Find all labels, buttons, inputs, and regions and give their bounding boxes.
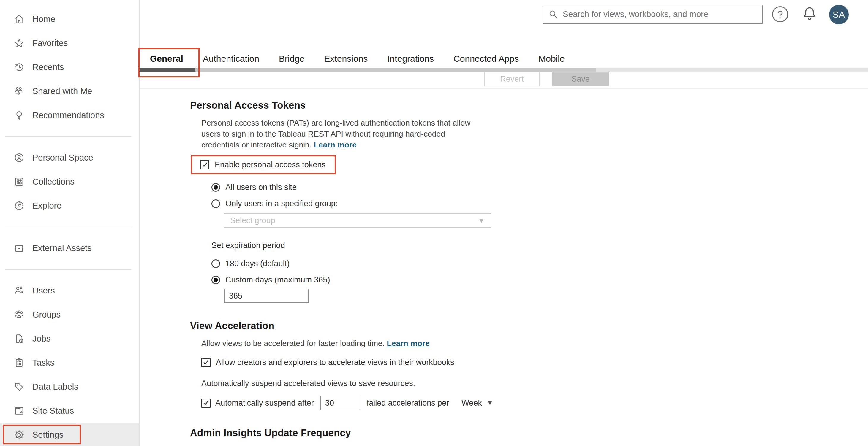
radio-all-users-control[interactable] xyxy=(211,183,220,192)
sidebar-divider xyxy=(5,269,131,270)
tab-connected-apps[interactable]: Connected Apps xyxy=(454,54,519,64)
enable-pat-checkbox[interactable] xyxy=(200,160,209,169)
avatar[interactable]: SA xyxy=(829,5,849,24)
custom-days-input[interactable] xyxy=(224,289,309,303)
suspend-intro-text: Automatically suspend accelerated views … xyxy=(202,379,534,388)
search-input[interactable] xyxy=(563,9,757,19)
radio-180-days-control[interactable] xyxy=(211,259,220,268)
radio-specified-group-control[interactable] xyxy=(211,199,220,208)
pat-description: Personal access tokens (PATs) are long-l… xyxy=(202,117,484,150)
sidebar-item-favorites[interactable]: Favorites xyxy=(0,31,139,55)
revert-button[interactable]: Revert xyxy=(484,72,540,87)
gear-icon xyxy=(14,430,25,440)
tab-general[interactable]: General xyxy=(150,54,183,64)
tab-scrollbar-track[interactable] xyxy=(195,68,596,71)
chevron-down-icon: ▼ xyxy=(487,399,493,407)
period-dropdown[interactable]: Week ▼ xyxy=(462,399,493,408)
check-icon xyxy=(203,400,209,406)
sidebar-item-jobs[interactable]: Jobs xyxy=(0,327,139,351)
groups-icon xyxy=(14,309,25,320)
users-icon xyxy=(14,285,25,296)
notifications-bell-icon[interactable] xyxy=(801,5,818,23)
tag-icon xyxy=(14,381,25,392)
star-icon xyxy=(14,38,25,49)
sidebar-item-data-labels[interactable]: Data Labels xyxy=(0,375,139,399)
radio-180-days[interactable]: 180 days (default) xyxy=(211,259,534,268)
global-search xyxy=(542,5,763,24)
sidebar-item-tasks[interactable]: Tasks xyxy=(0,351,139,375)
radio-custom-days[interactable]: Custom days (maximum 365) xyxy=(211,275,534,284)
auto-suspend-row: Automatically suspend after failed accel… xyxy=(202,396,534,410)
sidebar-item-label: Jobs xyxy=(32,334,51,344)
allow-acceleration-checkbox-label: Allow creators and explorers to accelera… xyxy=(216,358,454,367)
failed-accelerations-input[interactable] xyxy=(320,396,360,410)
clipboard-icon xyxy=(14,357,25,368)
sidebar-item-collections[interactable]: Collections xyxy=(0,170,139,194)
enable-pat-highlight-annotation: Enable personal access tokens xyxy=(191,155,336,174)
lightbulb-icon xyxy=(14,110,25,121)
active-tab-underline xyxy=(140,68,195,71)
search-icon xyxy=(548,9,559,20)
select-group-dropdown[interactable]: Select group ▼ xyxy=(224,213,492,228)
sidebar-item-label: Data Labels xyxy=(32,382,79,392)
sidebar-item-shared-with-me[interactable]: Shared with Me xyxy=(0,79,139,103)
tab-integrations[interactable]: Integrations xyxy=(387,54,434,64)
sidebar-divider xyxy=(5,227,131,227)
tab-mobile[interactable]: Mobile xyxy=(538,54,564,64)
radio-custom-days-control[interactable] xyxy=(211,276,220,284)
va-learn-more-link[interactable]: Learn more xyxy=(387,339,430,348)
sidebar-item-external-assets[interactable]: External Assets xyxy=(0,236,139,260)
sidebar-item-label: Personal Space xyxy=(32,153,93,163)
sidebar-item-label: Favorites xyxy=(32,38,68,48)
chevron-down-icon: ▼ xyxy=(478,216,485,225)
sidebar-item-home[interactable]: Home xyxy=(0,7,139,31)
sidebar-item-label: Settings xyxy=(32,430,64,440)
tab-bridge[interactable]: Bridge xyxy=(279,54,305,64)
compass-icon xyxy=(14,200,25,211)
radio-custom-days-label: Custom days (maximum 365) xyxy=(225,275,330,284)
home-icon xyxy=(14,14,25,25)
allow-acceleration-checkbox[interactable] xyxy=(202,358,211,367)
help-icon[interactable]: ? xyxy=(772,6,788,22)
auto-suspend-checkbox[interactable] xyxy=(202,399,211,408)
sidebar-item-label: External Assets xyxy=(32,243,92,253)
enable-pat-checkbox-label: Enable personal access tokens xyxy=(215,160,326,169)
tab-header-border xyxy=(596,68,868,71)
sidebar-item-label: Recents xyxy=(32,62,64,72)
sidebar-item-label: Recommendations xyxy=(32,110,104,120)
sidebar-item-recents[interactable]: Recents xyxy=(0,55,139,79)
document-clock-icon xyxy=(14,333,25,344)
settings-tabs: General Authentication Bridge Extensions… xyxy=(150,54,565,64)
sidebar-divider xyxy=(5,136,131,137)
radio-all-users[interactable]: All users on this site xyxy=(211,183,534,192)
sidebar-item-personal-space[interactable]: Personal Space xyxy=(0,146,139,170)
sidebar-item-label: Shared with Me xyxy=(32,87,92,96)
radio-specified-group-label: Only users in a specified group: xyxy=(225,199,338,208)
browser-window-icon xyxy=(14,405,25,416)
sidebar-item-label: Users xyxy=(32,286,55,296)
sidebar-item-label: Site Status xyxy=(32,406,74,416)
radio-180-days-label: 180 days (default) xyxy=(225,259,289,268)
sidebar-item-site-status[interactable]: Site Status xyxy=(0,399,139,423)
tab-authentication[interactable]: Authentication xyxy=(203,54,259,64)
radio-all-users-label: All users on this site xyxy=(225,183,297,192)
sidebar-item-users[interactable]: Users xyxy=(0,279,139,303)
radio-specified-group[interactable]: Only users in a specified group: xyxy=(211,199,534,208)
sidebar-item-recommendations[interactable]: Recommendations xyxy=(0,103,139,127)
check-icon xyxy=(202,162,208,168)
tab-extensions[interactable]: Extensions xyxy=(324,54,368,64)
enable-pat-checkbox-row[interactable]: Enable personal access tokens xyxy=(200,160,326,169)
allow-acceleration-checkbox-row[interactable]: Allow creators and explorers to accelera… xyxy=(202,358,534,367)
sidebar-item-label: Groups xyxy=(32,310,61,319)
sidebar-item-label: Collections xyxy=(32,177,74,187)
sidebar-item-settings[interactable]: Settings xyxy=(0,423,139,446)
shared-with-me-icon xyxy=(14,86,25,97)
sidebar-item-explore[interactable]: Explore xyxy=(0,194,139,218)
sidebar: Home Favorites Recents Shared with Me Re… xyxy=(0,0,140,446)
va-description-text: Allow views to be accelerated for faster… xyxy=(202,339,384,348)
auto-suspend-prefix: Automatically suspend after xyxy=(215,399,314,408)
pat-learn-more-link[interactable]: Learn more xyxy=(314,140,356,149)
sidebar-item-label: Tasks xyxy=(32,358,54,368)
sidebar-item-groups[interactable]: Groups xyxy=(0,303,139,327)
save-button[interactable]: Save xyxy=(552,72,609,87)
